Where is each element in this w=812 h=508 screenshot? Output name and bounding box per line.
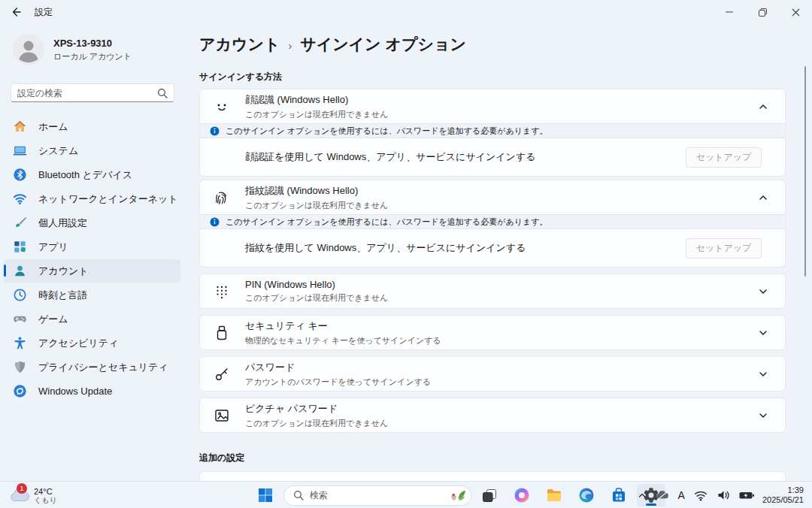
additional-settings-card-clipped[interactable] [199, 471, 786, 481]
taskbar-center [251, 484, 665, 506]
chevron-down-icon [758, 369, 768, 379]
card-pin: PIN (Windows Hello) このオプションは現在利用できません [199, 274, 786, 309]
weather-condition: くもり [34, 496, 57, 504]
expand-button[interactable] [752, 363, 774, 386]
file-explorer-button[interactable] [540, 484, 568, 506]
onedrive-cloud-icon [655, 488, 670, 503]
sidebar-nav: ホーム システム Bluetooth とデバイス ネットワークとインターネット … [4, 115, 180, 404]
sidebar-item-label: プライバシーとセキュリティ [38, 361, 168, 374]
ime-indicator[interactable]: A [674, 485, 689, 506]
fingerprint-setup-button[interactable]: セットアップ [686, 238, 762, 259]
taskbar-search-input[interactable] [310, 490, 443, 500]
sidebar-item-system[interactable]: システム [4, 139, 180, 162]
collapse-button[interactable] [752, 186, 774, 209]
card-security-key: セキュリティ キー 物理的なセキュリティ キーを使ってサインインする [199, 315, 786, 350]
onedrive-button[interactable] [651, 485, 674, 506]
option-title: セキュリティ キー [245, 319, 738, 333]
user-name: XPS-13-9310 [53, 38, 132, 49]
close-icon [792, 8, 800, 17]
system-icon [13, 144, 27, 158]
expand-button[interactable] [752, 404, 774, 427]
chevron-down-icon [758, 410, 768, 421]
sidebar-item-time-language[interactable]: 時刻と言語 [4, 283, 180, 307]
sidebar-item-label: ホーム [38, 120, 68, 134]
settings-search-input[interactable] [17, 88, 157, 98]
sidebar-item-network-internet[interactable]: ネットワークとインターネット [4, 187, 180, 210]
copilot-button[interactable] [508, 484, 536, 506]
card-face-recognition: 顔認識 (Windows Hello) このオプションは現在利用できません この… [199, 89, 786, 177]
clock[interactable]: 1:39 2025/05/21 [762, 485, 804, 505]
option-title: パスワード [245, 361, 738, 374]
expand-button[interactable] [752, 280, 774, 303]
sidebar-item-gaming[interactable]: ゲーム [4, 307, 180, 331]
system-tray: A 1:39 2025/05/21 [633, 482, 808, 508]
sidebar-item-label: Windows Update [38, 386, 112, 397]
sidebar-item-apps[interactable]: アプリ [4, 235, 180, 259]
option-subtitle: このオプションは現在利用できません [245, 200, 738, 211]
chevron-up-icon [637, 490, 647, 500]
wifi-status-button[interactable] [689, 485, 712, 506]
page-title: サインイン オプション [300, 34, 466, 55]
sidebar-item-label: アプリ [38, 240, 68, 254]
task-view-button[interactable] [475, 484, 504, 506]
volume-button[interactable] [712, 485, 735, 506]
close-button[interactable] [779, 0, 812, 24]
minimize-button[interactable] [713, 0, 746, 24]
picture-icon [213, 407, 231, 425]
sidebar-item-personalization[interactable]: 個人用設定 [4, 211, 180, 234]
sidebar-item-privacy-security[interactable]: プライバシーとセキュリティ [4, 355, 180, 379]
taskbar-search-box[interactable] [283, 485, 471, 506]
option-subtitle: このオプションは現在利用できません [245, 109, 738, 120]
copilot-icon [513, 486, 531, 504]
chevron-up-icon [758, 192, 768, 203]
widgets-weather-button[interactable]: 1 24°C くもり [7, 484, 60, 506]
pin-header[interactable]: PIN (Windows Hello) このオプションは現在利用できません [200, 274, 785, 308]
sidebar-item-accessibility[interactable]: アクセシビリティ [4, 331, 180, 355]
face-recognition-setup-row: 顔認証を使用して Windows、アプリ、サービスにサインインする セットアップ [200, 138, 785, 176]
sidebar-item-home[interactable]: ホーム [4, 115, 180, 138]
scrollbar[interactable] [804, 66, 806, 277]
tray-overflow-button[interactable] [633, 485, 651, 506]
settings-search[interactable] [11, 83, 174, 102]
task-view-icon [480, 486, 498, 504]
expand-button[interactable] [752, 322, 774, 344]
search-icon [293, 490, 304, 500]
search-icon [157, 88, 168, 98]
battery-button[interactable] [735, 485, 759, 506]
sidebar-item-label: ネットワークとインターネット [38, 192, 178, 206]
back-button[interactable] [2, 0, 30, 24]
password-header[interactable]: パスワード アカウントのパスワードを使ってサインインする [200, 357, 785, 391]
option-title: ピクチャ パスワード [245, 402, 738, 416]
shield-icon [13, 360, 27, 374]
sidebar-item-windows-update[interactable]: Windows Update [4, 379, 180, 403]
sidebar-item-accounts[interactable]: アカウント [4, 259, 180, 283]
breadcrumb: アカウント › サインイン オプション [199, 34, 786, 55]
section-title-signin-methods: サインインする方法 [199, 71, 786, 83]
microsoft-store-button[interactable] [604, 484, 633, 506]
restore-button[interactable] [746, 0, 779, 24]
user-account-type: ローカル アカウント [53, 51, 132, 62]
sidebar-item-bluetooth-devices[interactable]: Bluetooth とデバイス [4, 163, 180, 186]
folder-icon [545, 486, 563, 504]
breadcrumb-separator: › [288, 38, 292, 52]
user-account-block[interactable]: XPS-13-9310 ローカル アカウント [13, 34, 132, 65]
search-highlight-image[interactable] [449, 488, 467, 503]
security-key-header[interactable]: セキュリティ キー 物理的なセキュリティ キーを使ってサインインする [200, 316, 785, 349]
face-setup-button[interactable]: セットアップ [686, 147, 762, 168]
restore-icon [759, 8, 767, 17]
home-icon [13, 119, 27, 134]
card-fingerprint: 指紋認識 (Windows Hello) このオプションは現在利用できません こ… [199, 180, 786, 268]
edge-browser-button[interactable] [572, 484, 601, 506]
breadcrumb-section[interactable]: アカウント [199, 34, 280, 55]
fingerprint-header[interactable]: 指紋認識 (Windows Hello) このオプションは現在利用できません [200, 180, 785, 214]
sidebar-item-label: アカウント [38, 265, 89, 278]
picture-password-header[interactable]: ピクチャ パスワード このオプションは現在利用できません [200, 398, 785, 432]
back-arrow-icon [10, 6, 22, 18]
notification-badge: 1 [17, 483, 27, 494]
start-button[interactable] [251, 484, 280, 506]
collapse-button[interactable] [752, 95, 774, 118]
face-recognition-header[interactable]: 顔認識 (Windows Hello) このオプションは現在利用できません [200, 89, 785, 123]
windows-logo-icon [256, 486, 274, 504]
update-icon [13, 384, 27, 398]
avatar [13, 34, 44, 65]
